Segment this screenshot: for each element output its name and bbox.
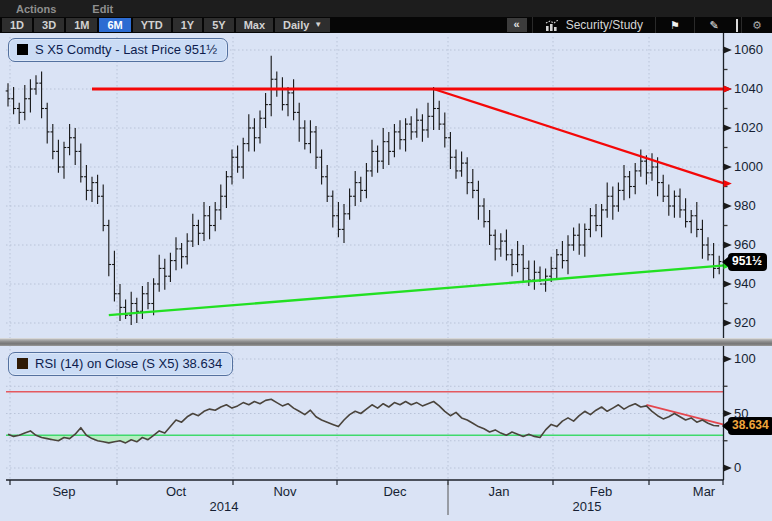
price-axis-label: 1000 bbox=[734, 159, 763, 174]
panel-divider[interactable] bbox=[0, 338, 772, 346]
price-legend-swatch bbox=[17, 44, 28, 55]
mini-chart-icon bbox=[545, 20, 560, 31]
price-axis-label: 920 bbox=[734, 315, 756, 330]
rsi-axis-label: 0 bbox=[734, 460, 741, 475]
price-tick bbox=[724, 46, 732, 53]
range-button-5y[interactable]: 5Y bbox=[204, 18, 233, 32]
month-label: Feb bbox=[578, 484, 624, 499]
range-button-3d[interactable]: 3D bbox=[34, 18, 64, 32]
price-tick bbox=[724, 241, 732, 248]
rsi-axis-label: 100 bbox=[734, 351, 756, 366]
price-axis-label: 1020 bbox=[734, 120, 763, 135]
price-tick bbox=[724, 319, 732, 326]
month-label: Oct bbox=[153, 484, 199, 499]
chart-area: S X5 Comdty - Last Price 951½ RSI (14) o… bbox=[0, 33, 772, 521]
price-axis-label: 960 bbox=[734, 237, 756, 252]
month-label: Jan bbox=[476, 484, 522, 499]
resistance-endpoint-tick bbox=[724, 180, 732, 187]
rsi-tick bbox=[724, 355, 732, 362]
menu-bar: Actions Edit bbox=[0, 0, 772, 17]
price-legend[interactable]: S X5 Comdty - Last Price 951½ bbox=[8, 38, 228, 62]
price-tick bbox=[724, 163, 732, 170]
descending-resistance bbox=[434, 89, 725, 184]
rsi-legend-label: RSI (14) on Close (S X5) 38.634 bbox=[35, 356, 222, 371]
rsi-tick bbox=[724, 464, 732, 471]
month-label: Dec bbox=[372, 484, 418, 499]
resistance-endpoint-tick bbox=[724, 85, 732, 92]
toolbar-right-group: « Security/Study ⚑ ✎ ⚙ bbox=[507, 17, 772, 33]
toolbar-divider bbox=[736, 19, 738, 32]
pencil-icon: ✎ bbox=[709, 19, 718, 31]
month-label: Mar bbox=[681, 484, 727, 499]
range-button-group: 1D3D1M6MYTD1Y5YMax bbox=[2, 18, 275, 32]
period-dropdown-label: Daily bbox=[283, 18, 309, 32]
menu-actions[interactable]: Actions bbox=[16, 3, 56, 15]
price-axis-label: 1040 bbox=[734, 81, 763, 96]
flag-icon: ⚑ bbox=[670, 19, 680, 31]
range-button-1m[interactable]: 1M bbox=[66, 18, 97, 32]
flag-button[interactable]: ⚑ bbox=[655, 17, 694, 33]
rsi-legend-swatch bbox=[17, 358, 28, 369]
range-button-max[interactable]: Max bbox=[236, 18, 273, 32]
month-label: Sep bbox=[41, 484, 87, 499]
price-axis-label: 980 bbox=[734, 198, 756, 213]
rsi-descending-trendline bbox=[646, 405, 724, 425]
year-label: 2015 bbox=[557, 499, 617, 514]
price-tick bbox=[724, 124, 732, 131]
price-tick bbox=[724, 280, 732, 287]
rsi-oversold-fill bbox=[86, 435, 153, 443]
rsi-legend[interactable]: RSI (14) on Close (S X5) 38.634 bbox=[8, 352, 233, 376]
rsi-tick bbox=[724, 410, 732, 417]
period-dropdown[interactable]: Daily ▼ bbox=[275, 18, 330, 32]
collapse-button[interactable]: « bbox=[507, 18, 527, 32]
security-study-button[interactable]: Security/Study bbox=[532, 17, 655, 33]
settings-button[interactable]: ⚙ bbox=[741, 17, 772, 33]
chart-canvas[interactable] bbox=[0, 33, 772, 521]
year-label: 2014 bbox=[194, 499, 254, 514]
range-button-1d[interactable]: 1D bbox=[2, 18, 32, 32]
rsi-axis-label: 50 bbox=[734, 406, 748, 421]
gear-icon: ⚙ bbox=[752, 19, 762, 31]
price-legend-label: S X5 Comdty - Last Price 951½ bbox=[35, 42, 217, 57]
range-button-6m[interactable]: 6M bbox=[99, 18, 130, 32]
bloomberg-chart-window: Actions Edit 1D3D1M6MYTD1Y5YMax Daily ▼ … bbox=[0, 0, 772, 521]
range-button-ytd[interactable]: YTD bbox=[133, 18, 171, 32]
security-study-label: Security/Study bbox=[566, 18, 643, 32]
menu-edit[interactable]: Edit bbox=[92, 3, 113, 15]
price-tick bbox=[724, 202, 732, 209]
chevron-down-icon: ▼ bbox=[314, 18, 322, 32]
last-price-tag: 951½ bbox=[728, 253, 767, 271]
price-axis-label: 940 bbox=[734, 276, 756, 291]
price-axis-label: 1060 bbox=[734, 42, 763, 57]
toolbar: 1D3D1M6MYTD1Y5YMax Daily ▼ « Security/St… bbox=[0, 17, 772, 33]
range-button-1y[interactable]: 1Y bbox=[173, 18, 202, 32]
ascending-support bbox=[109, 265, 725, 315]
annotate-button[interactable]: ✎ bbox=[694, 17, 733, 33]
month-label: Nov bbox=[262, 484, 308, 499]
